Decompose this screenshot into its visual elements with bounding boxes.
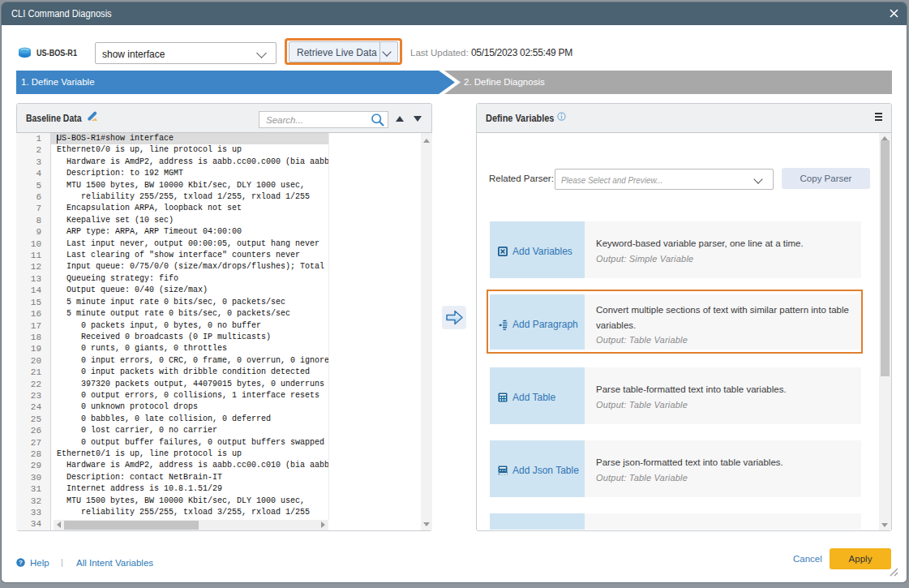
svg-text:{..}: {..} <box>498 471 508 475</box>
svg-text:?: ? <box>19 559 23 566</box>
